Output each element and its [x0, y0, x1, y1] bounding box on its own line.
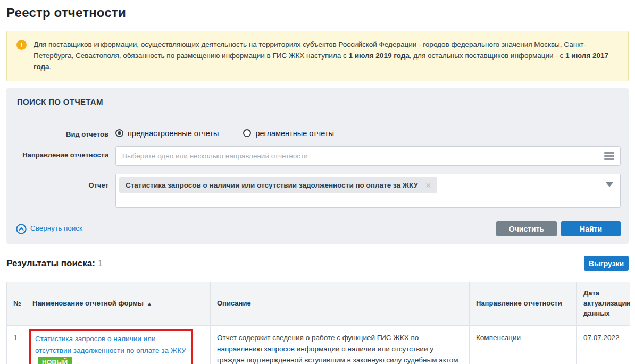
selected-report-tag: Статистика запросов о наличии или отсутс…: [119, 177, 437, 193]
radio-checked-icon[interactable]: [115, 129, 123, 137]
report-label: Отчет: [17, 174, 115, 190]
direction-row: Направление отчетности: [17, 146, 621, 166]
collapse-search-label: Свернуть поиск: [30, 224, 82, 233]
banner-text-part2: , для остальных поставщиков информации -…: [410, 52, 565, 60]
row-date-cell: 07.07.2022: [577, 325, 630, 364]
search-panel: ПОИСК ПО ОТЧЕТАМ Вид отчетов преднастрое…: [6, 88, 629, 244]
direction-label: Направление отчетности: [17, 146, 115, 159]
radio-regulated-label: регламентные отчеты: [255, 129, 333, 138]
results-row: Результаты поиска: 1 Выгрузки: [6, 256, 629, 271]
column-header-description: Описание: [211, 282, 470, 326]
results-label: Результаты поиска:: [6, 258, 95, 268]
direction-field: [115, 146, 621, 166]
search-panel-header: ПОИСК ПО ОТЧЕТАМ: [6, 88, 629, 114]
column-header-number: №: [7, 282, 26, 326]
radio-preconfigured-reports[interactable]: преднастроенные отчеты: [115, 129, 219, 138]
column-header-date: Дата актуализации данных: [577, 282, 630, 326]
report-select-box[interactable]: Статистика запросов о наличии или отсутс…: [115, 174, 621, 208]
search-panel-body: Вид отчетов преднастроенные отчеты регла…: [6, 114, 629, 208]
new-badge: НОВЫЙ: [38, 357, 72, 364]
highlight-annotation-box: Статистика запросов о наличии или отсутс…: [29, 329, 193, 364]
reports-table: № Наименование отчетной формы▲ Описание …: [6, 282, 630, 364]
row-name-cell: Статистика запросов о наличии или отсутс…: [26, 325, 211, 364]
search-panel-footer: Свернуть поиск Очистить Найти: [6, 216, 629, 244]
banner-text-part3: .: [49, 63, 52, 71]
sort-asc-icon[interactable]: ▲: [147, 301, 152, 307]
row-number-cell: 1: [7, 325, 26, 364]
report-registry-page: Реестр отчетности ! Для поставщиков инфо…: [0, 0, 635, 364]
radio-unchecked-icon[interactable]: [243, 129, 251, 137]
page-title: Реестр отчетности: [6, 5, 629, 20]
clear-button[interactable]: Очистить: [496, 221, 557, 236]
find-button[interactable]: Найти: [561, 221, 621, 236]
results-count: 1: [98, 258, 103, 268]
radio-regulated-reports[interactable]: регламентные отчеты: [243, 129, 333, 138]
search-panel-title: ПОИСК ПО ОТЧЕТАМ: [17, 97, 103, 106]
hamburger-icon[interactable]: [604, 152, 614, 162]
info-banner: ! Для поставщиков информации, осуществля…: [6, 31, 629, 81]
report-row: Отчет Статистика запросов о наличии или …: [17, 174, 621, 208]
row-direction-cell: Компенсации: [470, 325, 577, 364]
report-type-radio-group: преднастроенные отчеты регламентные отче…: [115, 126, 621, 138]
column-header-name-label: Наименование отчетной формы: [32, 299, 144, 307]
export-button[interactable]: Выгрузки: [584, 256, 629, 271]
search-buttons: Очистить Найти: [496, 221, 621, 236]
collapse-search-link[interactable]: Свернуть поиск: [16, 224, 82, 234]
report-link[interactable]: Статистика запросов о наличии или отсутс…: [35, 335, 186, 354]
row-description-cell: Отчет содержит сведения о работе с функц…: [211, 325, 470, 364]
column-header-name[interactable]: Наименование отчетной формы▲: [26, 282, 211, 326]
banner-date-2019: 1 июля 2019 года: [348, 52, 409, 60]
results-title: Результаты поиска: 1: [6, 258, 103, 269]
selected-report-tag-label: Статистика запросов о наличии или отсутс…: [126, 181, 418, 189]
report-type-label: Вид отчетов: [17, 126, 115, 139]
table-header-row: № Наименование отчетной формы▲ Описание …: [7, 282, 630, 326]
table-row: 1 Статистика запросов о наличии или отсу…: [7, 325, 630, 364]
report-type-row: Вид отчетов преднастроенные отчеты регла…: [17, 126, 621, 139]
chevron-up-circle-icon: [16, 224, 27, 234]
chevron-down-icon[interactable]: [606, 182, 613, 187]
warning-icon: !: [16, 40, 27, 50]
radio-preconfigured-label: преднастроенные отчеты: [128, 129, 219, 138]
column-header-direction: Направление отчетности: [470, 282, 577, 326]
tag-close-icon[interactable]: ×: [425, 182, 431, 189]
banner-text: Для поставщиков информации, осуществляющ…: [34, 39, 619, 73]
direction-input[interactable]: [115, 146, 621, 166]
